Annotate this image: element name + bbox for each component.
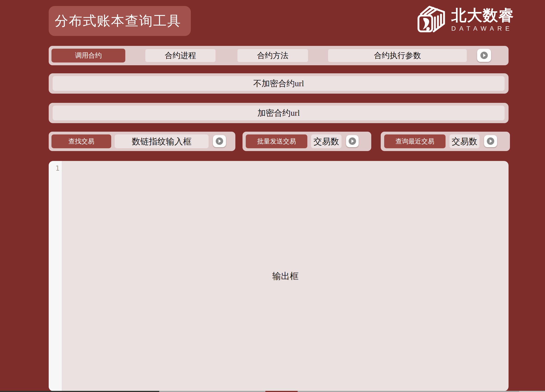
brand-subtitle: DATAWARE <box>451 25 514 32</box>
output-placeholder: 输出框 <box>272 270 299 282</box>
page-title-text: 分布式账本查询工具 <box>55 12 181 30</box>
line-number-gutter: 1 <box>49 161 62 391</box>
line-number: 1 <box>55 164 60 172</box>
batch-send-group: 批量发送交易 <box>242 132 371 151</box>
play-icon <box>480 52 488 59</box>
contract-toolbar: 调用合约 合约进程 合约方法 合约执行参数 <box>49 46 508 65</box>
batch-send-transactions-button[interactable]: 批量发送交易 <box>246 135 307 148</box>
brand-name: 北大数睿 <box>451 7 514 23</box>
encrypted-url-bar <box>49 103 508 123</box>
recent-count-input[interactable] <box>449 135 479 148</box>
query-recent-group: 查询最近交易 <box>381 132 510 151</box>
run-query-recent-button[interactable] <box>484 135 497 147</box>
tab-contract-process[interactable]: 合约进程 <box>145 49 216 62</box>
page-title: 分布式账本查询工具 <box>49 6 191 36</box>
batch-send-count-input[interactable] <box>311 135 341 148</box>
bottom-strip-segment <box>0 391 159 392</box>
output-content[interactable]: 输出框 <box>62 161 508 391</box>
output-editor[interactable]: 1 输出框 <box>49 161 508 391</box>
play-icon <box>349 137 356 145</box>
find-transaction-group: 查找交易 <box>49 132 235 151</box>
plain-url-bar <box>49 73 508 94</box>
run-batch-send-button[interactable] <box>346 135 359 147</box>
play-icon <box>216 137 223 145</box>
bottom-strip-segment <box>159 391 265 392</box>
find-transaction-button[interactable]: 查找交易 <box>51 135 111 148</box>
chain-fingerprint-input[interactable] <box>115 135 209 148</box>
encrypted-contract-url-input[interactable] <box>53 106 505 120</box>
bottom-strip-segment <box>519 391 545 392</box>
brand-text: 北大数睿 DATAWARE <box>451 7 514 32</box>
run-find-transaction-button[interactable] <box>213 135 226 147</box>
brand-logo: 北大数睿 DATAWARE <box>415 4 514 36</box>
plain-contract-url-input[interactable] <box>53 76 505 91</box>
dataware-cube-icon <box>415 5 447 35</box>
query-recent-transactions-button[interactable]: 查询最近交易 <box>384 135 446 148</box>
run-contract-button[interactable] <box>477 49 491 62</box>
bottom-strip-segment <box>298 391 519 392</box>
bottom-strip-segment <box>265 391 298 392</box>
tab-call-contract[interactable]: 调用合约 <box>51 49 125 62</box>
play-icon <box>487 137 494 145</box>
tab-contract-exec-params[interactable]: 合约执行参数 <box>328 49 467 62</box>
bottom-screen-edge <box>0 391 545 392</box>
tab-contract-method[interactable]: 合约方法 <box>237 49 308 62</box>
